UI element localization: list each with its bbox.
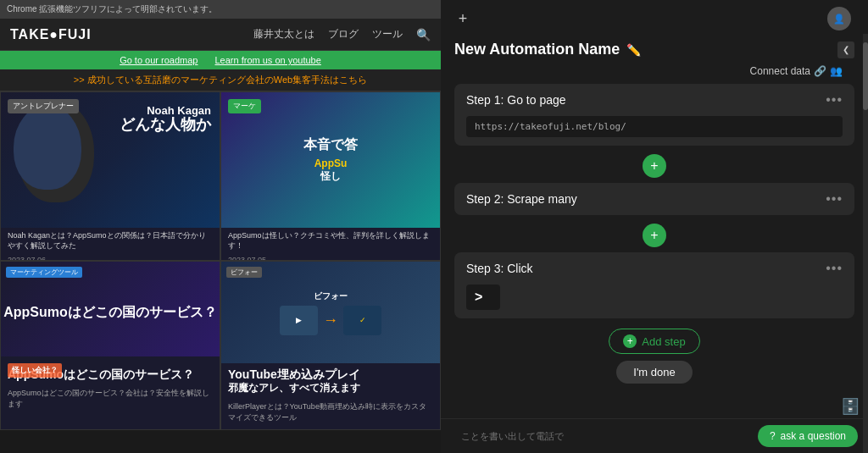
card-badge-4: ビフォー xyxy=(226,267,262,278)
chrome-bar-text: Chrome 拡張機能ツフリフによって明部されています。 xyxy=(7,3,217,15)
connect-data-label: Connect data xyxy=(750,65,810,77)
card-appsumo-date: 2023.07.05 xyxy=(221,254,440,261)
panel-collapse-button[interactable]: ❮ xyxy=(837,41,854,58)
search-icon[interactable]: 🔍 xyxy=(416,28,431,41)
step-card-1: Step 1: Go to page ••• https://takeofuji… xyxy=(454,84,854,146)
scroll-bar[interactable] xyxy=(863,34,868,453)
connect-data-icon: 🔗 xyxy=(814,65,826,77)
nav-link-about[interactable]: 藤井丈太とは xyxy=(253,27,314,41)
step-1-header: Step 1: Go to page ••• xyxy=(454,84,854,116)
ask-label: ask a question xyxy=(781,430,846,442)
step-card-2: Step 2: Scrape many ••• xyxy=(454,183,854,215)
nav-links: 藤井丈太とは ブログ ツール 🔍 xyxy=(253,27,431,41)
step-card-3: Step 3: Click ••• > xyxy=(454,252,854,318)
site-nav: TAKE●FUJI 藤井丈太とは ブログ ツール 🔍 xyxy=(0,19,441,51)
step-2-title: Step 2: Scrape many xyxy=(466,192,577,206)
step-1-content: https://takeofuji.net/blog/ xyxy=(454,116,854,146)
green-banner: Go to our roadmap Learn from us on youtu… xyxy=(0,51,441,69)
orange-banner: >> 成功している互話磨のマーケティング会社のWeb集客手法はこちら xyxy=(0,69,441,91)
database-icon[interactable]: 🗄️ xyxy=(841,397,860,416)
chat-input[interactable] xyxy=(451,424,758,448)
card-badge-1: アントレプレナー xyxy=(8,99,79,113)
panel-title: New Automation Name xyxy=(454,41,620,58)
roadmap-link[interactable]: Go to our roadmap xyxy=(120,55,198,65)
website-preview: Chrome 拡張機能ツフリフによって明部されています。 TAKE●FUJI 藤… xyxy=(0,0,441,453)
question-icon: ? xyxy=(770,430,776,442)
step-1-title: Step 1: Go to page xyxy=(466,93,566,107)
card-noah-title: Noah Kaganとは？AppSumoとの関係は？日本語で分かりやすく解説して… xyxy=(1,228,220,254)
card-frightening[interactable]: マーケティングツール 怪しい会社？ AppSumoはどこの国のサービス？ App… xyxy=(0,261,220,430)
chrome-bar: Chrome 拡張機能ツフリフによって明部されています。 xyxy=(0,0,441,19)
panel-header: New Automation Name ✏️ ❮ xyxy=(441,30,868,65)
card-badge-3: マーケティングツール xyxy=(6,267,82,278)
add-step-label: Add step xyxy=(642,335,685,348)
card-frightening-img: マーケティングツール 怪しい会社？ AppSumoはどこの国のサービス？ xyxy=(1,262,220,363)
card-video-subtitle: KillerPlayerとは？YouTube動画埋め込み時に表示をカスタマイズで… xyxy=(221,400,440,425)
content-grid-top: アントレプレナー Noah Kagan どんな人物か Noah Kaganとは？… xyxy=(0,91,441,261)
card-noah-img: アントレプレナー Noah Kagan どんな人物か xyxy=(1,92,220,228)
card-badge-2: マーケ xyxy=(228,99,261,113)
add-between-2-3-button[interactable]: + xyxy=(643,224,666,247)
step-3-header: Step 3: Click ••• xyxy=(454,252,854,285)
card-video[interactable]: ビフォー ビフォー ▶ → ✓ YouTube埋め込みプレイ 邪魔なアレ、すべて… xyxy=(220,261,441,430)
edit-icon[interactable]: ✏️ xyxy=(626,43,641,57)
site-logo: TAKE●FUJI xyxy=(10,27,92,42)
step-2-header: Step 2: Scrape many ••• xyxy=(454,183,854,215)
card-frightening-subtitle: AppSumoはどこの国のサービス？会社は？安全性を解説します xyxy=(1,386,220,412)
step-3-content: > xyxy=(454,285,854,318)
add-step-button[interactable]: + Add step xyxy=(609,329,699,354)
panel-content: Step 1: Go to page ••• https://takeofuji… xyxy=(441,84,868,418)
noah-text: Noah Kagan どんな人物か xyxy=(120,105,211,134)
connect-data-button[interactable]: Connect data 🔗 👥 xyxy=(750,65,843,77)
card-noah[interactable]: アントレプレナー Noah Kagan どんな人物か Noah Kaganとは？… xyxy=(0,91,220,261)
card-video-title: YouTube埋め込みプレイ 邪魔なアレ、すべて消えます xyxy=(221,363,440,400)
step-3-title: Step 3: Click xyxy=(466,262,533,275)
scroll-thumb xyxy=(863,42,868,110)
panel-title-area: New Automation Name ✏️ xyxy=(454,41,641,58)
appsumo-big-text: AppSumoはどこの国のサービス？ xyxy=(3,305,217,320)
card-appsumo[interactable]: マーケ 本音で答 AppSu 怪し AppSumoは怪しい？クチコミや性、評判を… xyxy=(220,91,441,261)
step-3-menu-button[interactable]: ••• xyxy=(826,261,843,276)
step-2-menu-button[interactable]: ••• xyxy=(826,191,843,207)
question-overlay: 怪しい会社？ xyxy=(8,363,62,378)
people-icon: 👥 xyxy=(830,65,843,77)
avatar[interactable]: 👤 xyxy=(827,7,851,30)
arrow-icon: → xyxy=(323,312,338,329)
nav-link-tools[interactable]: ツール xyxy=(372,27,403,41)
youtube-link[interactable]: Learn from us on youtube xyxy=(214,55,320,65)
add-tab-button[interactable]: + xyxy=(454,10,471,27)
card-appsumo-img: マーケ 本音で答 AppSu 怪し xyxy=(221,92,440,228)
add-between-1-2-button[interactable]: + xyxy=(643,154,666,178)
step-1-url: https://takeofuji.net/blog/ xyxy=(466,116,843,137)
card-video-img: ビフォー ビフォー ▶ → ✓ xyxy=(221,262,440,363)
automation-panel: + 👤 New Automation Name ✏️ ❮ Connect dat… xyxy=(441,0,868,453)
ask-question-button[interactable]: ? ask a question xyxy=(758,425,858,447)
orange-banner-text: >> 成功している互話磨のマーケティング会社のWeb集客手法はこちら xyxy=(74,74,367,86)
nav-link-blog[interactable]: ブログ xyxy=(328,27,359,41)
content-grid-bottom: マーケティングツール 怪しい会社？ AppSumoはどこの国のサービス？ App… xyxy=(0,261,441,430)
done-button[interactable]: I'm done xyxy=(616,361,692,384)
step-1-menu-button[interactable]: ••• xyxy=(826,92,843,108)
add-step-icon: + xyxy=(623,334,637,348)
step-3-value: > xyxy=(466,285,500,310)
card-appsumo-title: AppSumoは怪しい？クチコミや性、評判を詳しく解説します！ xyxy=(221,228,440,254)
card-noah-date: 2023.07.06 xyxy=(1,254,220,261)
